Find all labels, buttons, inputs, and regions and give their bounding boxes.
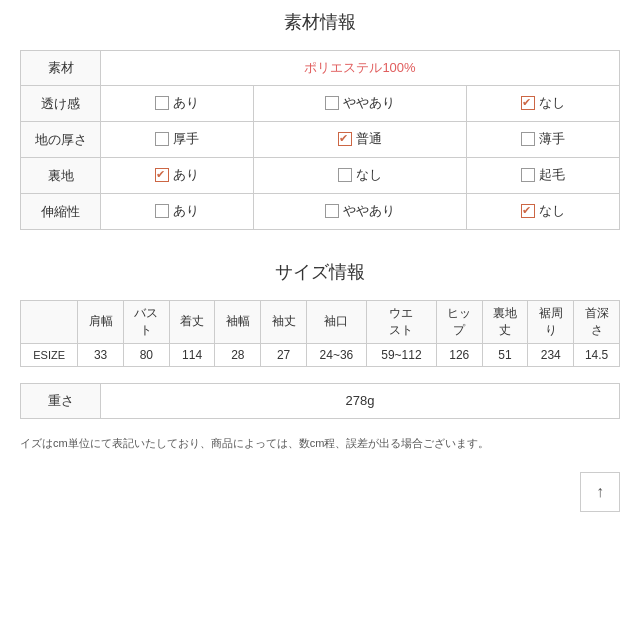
material-checkbox-cell: 起毛 [467,158,620,194]
checkbox-label: 普通 [356,130,382,148]
size-col-header: 裾周り [528,301,574,344]
footnote: イズはcm単位にて表記いたしており、商品によっては、数cm程、誤差が出る場合ござ… [20,435,620,453]
material-checkbox-cell: あり [101,158,254,194]
weight-label: 重さ [21,383,101,418]
checked-checkbox[interactable] [521,204,535,218]
checkbox-label: ややあり [343,94,395,112]
material-checkbox-cell: あり [101,86,254,122]
material-row-label: 伸縮性 [21,194,101,230]
size-value: 59~112 [366,343,436,366]
size-value: 33 [78,343,124,366]
material-checkbox-cell: なし [467,194,620,230]
unchecked-checkbox[interactable] [325,96,339,110]
size-col-header [21,301,78,344]
material-row: 裏地ありなし起毛 [21,158,620,194]
size-col-header: 袖口 [306,301,366,344]
checkbox-label: 薄手 [539,130,565,148]
material-row-label: 透け感 [21,86,101,122]
material-checkbox-cell: 薄手 [467,122,620,158]
size-col-header: 袖幅 [215,301,261,344]
checkbox-label: 起毛 [539,166,565,184]
size-section: サイズ情報 肩幅バスト着丈袖幅袖丈袖口ウエストヒップ裏地丈裾周り首深さ ESIZ… [20,260,620,512]
size-value: 51 [482,343,528,366]
material-row: 透け感ありややありなし [21,86,620,122]
back-to-top-container: ↑ [20,472,620,512]
material-checkbox-cell: 普通 [253,122,467,158]
material-row: 地の厚さ厚手普通薄手 [21,122,620,158]
size-col-header: 袖丈 [261,301,307,344]
material-link[interactable]: ポリエステル100% [304,60,415,75]
size-col-header: 首深さ [574,301,620,344]
size-value: 126 [436,343,482,366]
size-value: 27 [261,343,307,366]
material-checkbox-cell: なし [467,86,620,122]
material-row: 伸縮性ありややありなし [21,194,620,230]
material-table: 素材ポリエステル100%透け感ありややありなし地の厚さ厚手普通薄手裏地ありなし起… [20,50,620,230]
checkbox-label: ややあり [343,202,395,220]
material-checkbox-cell: 厚手 [101,122,254,158]
checkbox-label: あり [173,166,199,184]
unchecked-checkbox[interactable] [521,168,535,182]
checkbox-label: あり [173,94,199,112]
checked-checkbox[interactable] [155,168,169,182]
checkbox-label: あり [173,202,199,220]
checked-checkbox[interactable] [338,132,352,146]
material-row-label: 地の厚さ [21,122,101,158]
size-value: 28 [215,343,261,366]
size-value: 14.5 [574,343,620,366]
unchecked-checkbox[interactable] [338,168,352,182]
size-col-header: バスト [123,301,169,344]
material-checkbox-cell: あり [101,194,254,230]
material-row-label: 素材 [21,51,101,86]
checkbox-label: なし [356,166,382,184]
size-table: 肩幅バスト着丈袖幅袖丈袖口ウエストヒップ裏地丈裾周り首深さ ESIZE33801… [20,300,620,367]
material-checkbox-cell: ややあり [253,194,467,230]
size-value: 80 [123,343,169,366]
size-col-header: ウエスト [366,301,436,344]
size-col-header: 肩幅 [78,301,124,344]
size-value: 114 [169,343,215,366]
size-col-header: 裏地丈 [482,301,528,344]
unchecked-checkbox[interactable] [325,204,339,218]
material-checkbox-cell: なし [253,158,467,194]
weight-table: 重さ 278g [20,383,620,419]
checkbox-label: 厚手 [173,130,199,148]
unchecked-checkbox[interactable] [155,204,169,218]
material-section-title: 素材情報 [20,10,620,34]
material-row-label: 裏地 [21,158,101,194]
size-section-title: サイズ情報 [20,260,620,284]
size-value: 234 [528,343,574,366]
size-label: ESIZE [21,343,78,366]
back-to-top-button[interactable]: ↑ [580,472,620,512]
size-row: ESIZE3380114282724~3659~1121265123414.5 [21,343,620,366]
material-row-link-cell[interactable]: ポリエステル100% [101,51,620,86]
unchecked-checkbox[interactable] [155,96,169,110]
material-row: 素材ポリエステル100% [21,51,620,86]
size-col-header: 着丈 [169,301,215,344]
unchecked-checkbox[interactable] [155,132,169,146]
checkbox-label: なし [539,94,565,112]
checkbox-label: なし [539,202,565,220]
size-value: 24~36 [306,343,366,366]
material-checkbox-cell: ややあり [253,86,467,122]
size-col-header: ヒップ [436,301,482,344]
unchecked-checkbox[interactable] [521,132,535,146]
checked-checkbox[interactable] [521,96,535,110]
weight-value: 278g [101,383,620,418]
